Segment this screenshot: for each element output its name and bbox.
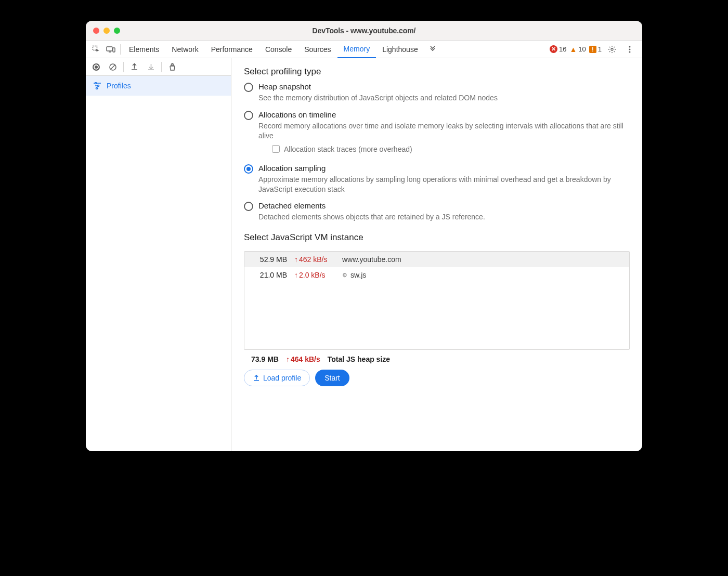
inspect-element-icon[interactable]: [89, 42, 103, 57]
option-desc: Detached elements shows objects that are…: [258, 212, 630, 222]
radio-allocation-sampling[interactable]: [244, 164, 253, 174]
vm-rate: ↑462 kB/s: [294, 255, 335, 264]
svg-point-8: [95, 83, 97, 84]
option-desc: See the memory distribution of JavaScrip…: [258, 93, 630, 103]
radio-detached-elements[interactable]: [244, 202, 253, 211]
option-allocation-sampling[interactable]: Allocation sampling Approximate memory a…: [244, 164, 630, 194]
svg-point-5: [629, 48, 631, 50]
separator: [120, 44, 121, 55]
total-label: Total JS heap size: [328, 355, 390, 363]
svg-point-10: [96, 88, 98, 89]
sidebar: Profiles: [86, 58, 231, 451]
tabstrip-right: ✕ 16 ▲ 10 ! 1: [550, 42, 639, 57]
vm-heading: Select JavaScript VM instance: [244, 232, 630, 243]
devtools-tabstrip: ElementsNetworkPerformanceConsoleSources…: [86, 41, 642, 58]
error-icon: ✕: [550, 45, 557, 53]
checkbox-label: Allocation stack traces (more overhead): [284, 145, 412, 153]
option-detached-elements[interactable]: Detached elements Detached elements show…: [244, 201, 630, 222]
option-title: Allocations on timeline: [258, 110, 630, 119]
filter-icon: [93, 82, 101, 89]
issues-badge[interactable]: ! 1: [589, 45, 602, 53]
checkbox-stack-traces[interactable]: Allocation stack traces (more overhead): [272, 145, 630, 153]
total-size: 73.9 MB: [251, 355, 279, 363]
content-area: Profiles Select profiling type Heap snap…: [86, 58, 642, 451]
vm-row[interactable]: 52.9 MB↑462 kB/swww.youtube.com: [244, 252, 629, 267]
vm-size: 21.0 MB: [252, 271, 287, 279]
warning-icon: ▲: [569, 45, 577, 54]
option-title: Detached elements: [258, 201, 630, 210]
download-icon[interactable]: [144, 60, 158, 74]
button-label: Load profile: [263, 374, 301, 382]
svg-point-9: [98, 85, 99, 87]
gear-icon: ⚙: [342, 272, 347, 279]
svg-rect-2: [113, 48, 115, 52]
main-panel: Select profiling type Heap snapshot See …: [231, 58, 642, 451]
total-row: 73.9 MB ↑464 kB/s Total JS heap size: [244, 350, 630, 363]
errors-badge[interactable]: ✕ 16: [550, 45, 566, 53]
vm-size: 52.9 MB: [252, 255, 287, 264]
radio-allocations-timeline[interactable]: [244, 111, 253, 120]
svg-point-4: [629, 46, 631, 47]
window-title: DevTools - www.youtube.com/: [86, 27, 642, 35]
option-allocations-timeline[interactable]: Allocations on timeline Record memory al…: [244, 110, 630, 156]
vm-name: www.youtube.com: [342, 255, 401, 264]
errors-count: 16: [559, 45, 566, 53]
upload-icon: [253, 374, 260, 382]
option-title: Allocation sampling: [258, 164, 630, 173]
load-profile-button[interactable]: Load profile: [244, 370, 310, 386]
vm-name: ⚙sw.js: [342, 271, 366, 279]
devtools-window: DevTools - www.youtube.com/ ElementsNetw…: [86, 21, 642, 451]
option-heap-snapshot[interactable]: Heap snapshot See the memory distributio…: [244, 82, 630, 103]
tab-network[interactable]: Network: [165, 41, 204, 58]
tab-console[interactable]: Console: [259, 41, 298, 58]
upload-icon[interactable]: [127, 60, 141, 74]
svg-point-6: [629, 51, 631, 53]
kebab-menu-icon[interactable]: [622, 42, 637, 57]
up-arrow-icon: ↑: [294, 271, 298, 279]
action-row: Load profile Start: [244, 370, 630, 386]
more-tabs-icon[interactable]: [425, 42, 440, 57]
vm-instance-list: 52.9 MB↑462 kB/swww.youtube.com21.0 MB↑2…: [244, 251, 630, 350]
profiling-heading: Select profiling type: [244, 67, 630, 77]
tab-performance[interactable]: Performance: [205, 41, 259, 58]
titlebar: DevTools - www.youtube.com/: [86, 21, 642, 41]
issues-count: 1: [598, 45, 602, 53]
svg-point-3: [611, 48, 613, 50]
option-desc: Approximate memory allocations by sampli…: [258, 175, 630, 194]
tab-sources[interactable]: Sources: [298, 41, 337, 58]
option-desc: Record memory allocations over time and …: [258, 121, 630, 141]
warnings-badge[interactable]: ▲ 10: [569, 45, 586, 54]
device-toolbar-icon[interactable]: [103, 42, 118, 57]
clear-button[interactable]: [106, 60, 120, 74]
tab-elements[interactable]: Elements: [123, 41, 165, 58]
up-arrow-icon: ↑: [286, 355, 290, 363]
collect-garbage-icon[interactable]: [165, 60, 179, 74]
sidebar-toolbar: [86, 58, 231, 76]
tab-lighthouse[interactable]: Lighthouse: [376, 41, 424, 58]
warnings-count: 10: [578, 45, 586, 53]
total-rate: ↑464 kB/s: [286, 355, 320, 363]
svg-rect-1: [107, 47, 112, 51]
issue-icon: !: [589, 46, 596, 53]
vm-rate: ↑2.0 kB/s: [294, 271, 335, 279]
radio-heap-snapshot[interactable]: [244, 83, 253, 92]
tab-memory[interactable]: Memory: [337, 41, 376, 58]
separator: [123, 62, 124, 72]
vm-row[interactable]: 21.0 MB↑2.0 kB/s⚙sw.js: [244, 267, 629, 283]
settings-icon[interactable]: [605, 42, 619, 57]
option-title: Heap snapshot: [258, 82, 630, 91]
record-button[interactable]: [89, 60, 103, 74]
button-label: Start: [324, 374, 340, 382]
sidebar-item-label: Profiles: [107, 82, 131, 90]
up-arrow-icon: ↑: [294, 255, 298, 264]
checkbox-input[interactable]: [272, 145, 280, 153]
start-button[interactable]: Start: [315, 370, 349, 386]
separator: [161, 62, 162, 72]
sidebar-item-profiles[interactable]: Profiles: [86, 76, 231, 96]
